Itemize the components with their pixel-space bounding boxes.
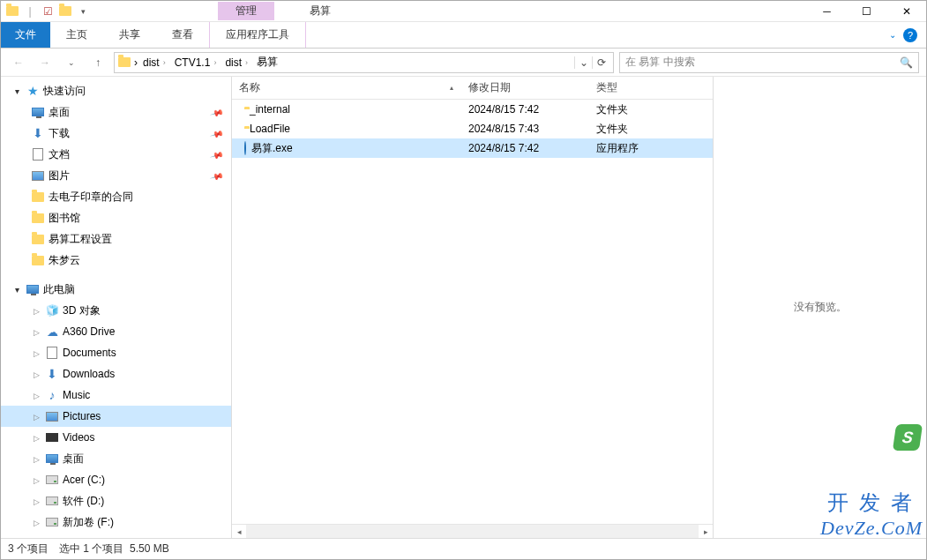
expand-icon[interactable] (11, 86, 22, 96)
sidebar-item-label: 图片 (49, 168, 70, 183)
tab-app-tools[interactable]: 应用程序工具 (209, 22, 306, 48)
sidebar-quick-access[interactable]: ★ 快速访问 (1, 80, 231, 101)
qat-new-folder-icon[interactable] (57, 4, 73, 19)
column-headers: 名称 ▴ 修改日期 类型 (232, 77, 713, 100)
close-button[interactable]: ✕ (886, 1, 926, 22)
pin-icon: 📌 (210, 168, 224, 183)
sidebar-item[interactable]: 软件 (D:) (1, 490, 231, 511)
sidebar-item[interactable]: 图书馆 (1, 207, 231, 228)
file-list[interactable]: _internal2024/8/15 7:42文件夹LoadFile2024/8… (232, 100, 713, 524)
file-name: LoadFile (250, 123, 290, 135)
sort-indicator-icon: ▴ (450, 84, 453, 92)
search-input[interactable]: 在 易算 中搜索 🔍 (619, 52, 919, 73)
sidebar-item[interactable]: ☁A360 Drive (1, 321, 231, 342)
tab-file[interactable]: 文件 (1, 22, 50, 48)
sidebar-item-label: 3D 对象 (63, 303, 101, 318)
expand-icon[interactable] (31, 327, 41, 337)
cloud-icon: ☁ (45, 325, 59, 339)
scroll-right-icon[interactable]: ▸ (699, 527, 713, 536)
expand-icon[interactable] (31, 348, 41, 358)
sidebar-item[interactable]: Acer (C:) (1, 469, 231, 490)
forward-button[interactable]: → (34, 52, 56, 73)
column-date[interactable]: 修改日期 (461, 77, 589, 99)
back-button[interactable]: ← (8, 52, 29, 73)
file-date: 2024/8/15 7:43 (461, 123, 589, 135)
refresh-button[interactable]: ⟳ (592, 56, 609, 69)
sidebar-item-label: 新加卷 (F:) (63, 515, 114, 530)
sidebar-item[interactable]: 🧊3D 对象 (1, 300, 231, 321)
scroll-left-icon[interactable]: ◂ (232, 527, 246, 536)
expand-icon[interactable] (31, 391, 41, 400)
maximize-button[interactable]: ☐ (847, 1, 886, 22)
address-row: ← → ⌄ ↑ › dist› CTV1.1› dist› 易算 ⌄ ⟳ 在 易… (1, 49, 926, 77)
address-bar[interactable]: › dist› CTV1.1› dist› 易算 ⌄ ⟳ (114, 52, 614, 73)
navigation-pane[interactable]: ★ 快速访问 桌面📌⬇下载📌文档📌图片📌 去电子印章的合同图书馆易算工程设置朱梦… (1, 77, 232, 538)
chevron-right-icon[interactable]: › (212, 58, 218, 67)
expand-icon[interactable] (31, 370, 41, 379)
quick-access-toolbar: | ☑ ▾ (1, 4, 94, 19)
expand-icon[interactable] (31, 433, 41, 443)
ribbon: 文件 主页 共享 查看 应用程序工具 ⌄ ? (1, 22, 926, 49)
column-type[interactable]: 类型 (589, 77, 695, 99)
sidebar-item[interactable]: Documents (1, 342, 231, 363)
tab-home[interactable]: 主页 (50, 22, 103, 48)
expand-icon[interactable] (31, 518, 41, 527)
sidebar-item[interactable]: Videos (1, 427, 231, 448)
chevron-right-icon[interactable]: › (134, 56, 138, 69)
file-list-pane: 名称 ▴ 修改日期 类型 _internal2024/8/15 7:42文件夹L… (232, 77, 713, 538)
sidebar-item[interactable]: 新加卷 (F:) (1, 511, 231, 533)
tab-view[interactable]: 查看 (156, 22, 209, 48)
sidebar-this-pc[interactable]: 此电脑 (1, 279, 231, 300)
sidebar-item[interactable]: ♪Music (1, 385, 231, 406)
file-row[interactable]: 易算.exe2024/8/15 7:42应用程序 (232, 138, 713, 158)
sidebar-item-label: Videos (63, 431, 94, 444)
qat-properties-icon[interactable]: ☑ (40, 4, 56, 19)
pic-icon (45, 409, 59, 423)
horizontal-scrollbar[interactable]: ◂ ▸ (232, 524, 713, 538)
file-row[interactable]: _internal2024/8/15 7:42文件夹 (232, 100, 713, 119)
search-icon[interactable]: 🔍 (900, 56, 913, 69)
app-icon[interactable] (4, 4, 20, 19)
sidebar-item-label: 图书馆 (49, 211, 80, 226)
sidebar-item[interactable]: 图片📌 (1, 165, 231, 186)
qat-dropdown-icon[interactable]: ▾ (75, 4, 91, 19)
chevron-right-icon[interactable]: › (243, 58, 250, 67)
expand-icon[interactable] (31, 475, 41, 485)
ribbon-expand-icon[interactable]: ⌄ (889, 30, 896, 40)
expand-icon[interactable] (11, 285, 22, 295)
address-dropdown-icon[interactable]: ⌄ (574, 56, 592, 69)
sidebar-item[interactable]: ⬇下载📌 (1, 123, 231, 144)
contextual-tab-label: 管理 (218, 2, 274, 20)
column-name[interactable]: 名称 ▴ (232, 77, 461, 99)
expand-icon[interactable] (31, 497, 41, 506)
sidebar-item[interactable]: 桌面 (1, 448, 231, 469)
chevron-right-icon[interactable]: › (161, 58, 168, 67)
sidebar-item[interactable]: ⬇Downloads (1, 363, 231, 385)
up-button[interactable]: ↑ (87, 52, 108, 73)
sidebar-item-label: Music (63, 389, 90, 401)
tab-share[interactable]: 共享 (103, 22, 156, 48)
expand-icon[interactable] (31, 454, 41, 464)
dl-icon: ⬇ (45, 367, 59, 381)
pin-icon: 📌 (210, 126, 224, 140)
sidebar-item[interactable]: 文档📌 (1, 144, 231, 165)
help-icon[interactable]: ? (903, 28, 917, 42)
sidebar-item[interactable]: 桌面📌 (1, 101, 231, 123)
file-row[interactable]: LoadFile2024/8/15 7:43文件夹 (232, 119, 713, 138)
sidebar-item[interactable]: 朱梦云 (1, 250, 231, 271)
sidebar-item-label: Pictures (63, 410, 101, 422)
expand-icon[interactable] (31, 306, 41, 316)
sidebar-item[interactable]: 易算工程设置 (1, 228, 231, 250)
minimize-button[interactable]: ─ (807, 1, 847, 22)
expand-icon[interactable] (31, 412, 41, 422)
doc-icon (45, 346, 59, 360)
video-icon (45, 430, 59, 444)
star-icon: ★ (26, 84, 40, 98)
sidebar-item-label: 易算工程设置 (49, 232, 112, 247)
sidebar-item[interactable]: 去电子印章的合同 (1, 186, 231, 207)
recent-dropdown-icon[interactable]: ⌄ (61, 52, 82, 73)
main-area: ★ 快速访问 桌面📌⬇下载📌文档📌图片📌 去电子印章的合同图书馆易算工程设置朱梦… (1, 77, 926, 538)
sidebar-item-label: Downloads (63, 368, 115, 380)
sidebar-item[interactable]: Pictures (1, 406, 231, 427)
scroll-track[interactable] (246, 525, 699, 538)
